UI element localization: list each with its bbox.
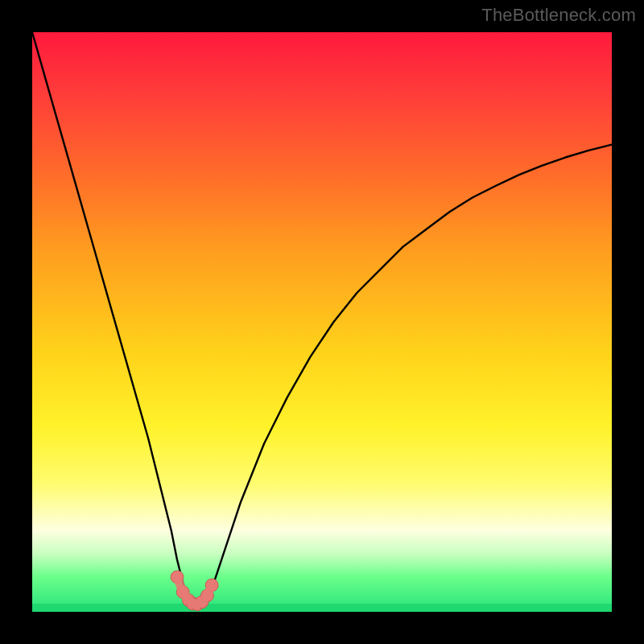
chart-svg <box>32 32 612 612</box>
chart-frame: TheBottleneck.com <box>0 0 644 644</box>
bottleneck-curve <box>32 32 612 606</box>
watermark-text: TheBottleneck.com <box>481 5 636 26</box>
plot-area <box>32 32 612 612</box>
